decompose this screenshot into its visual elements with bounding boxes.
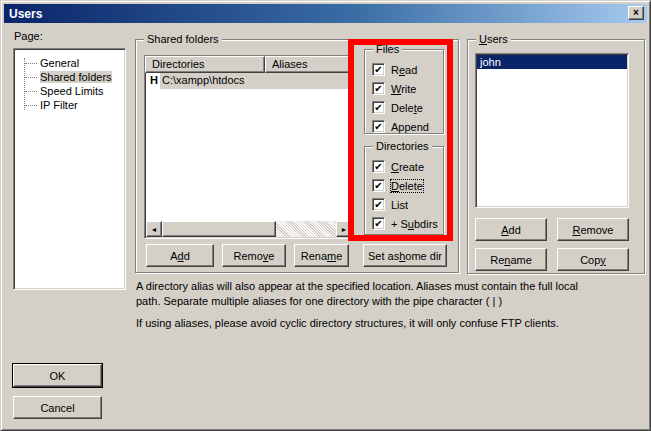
- users-group-label: Users: [476, 33, 511, 45]
- page-item-ip-filter[interactable]: IP Filter: [14, 98, 125, 112]
- set-as-home-dir-button[interactable]: Set as home dir: [363, 244, 447, 267]
- ok-button[interactable]: OK: [13, 364, 102, 387]
- column-header-aliases[interactable]: Aliases: [265, 56, 353, 73]
- remove-folder-button[interactable]: Remove: [222, 244, 286, 267]
- page-item-general[interactable]: General: [14, 56, 125, 70]
- home-marker: H: [145, 73, 160, 89]
- add-folder-button[interactable]: Add: [146, 244, 214, 267]
- horizontal-scrollbar[interactable]: ◄ ►: [146, 221, 352, 237]
- users-dialog: Users × Page: GeneralShared foldersSpeed…: [0, 0, 651, 431]
- directory-path: C:\xampp\htdocs: [160, 73, 353, 89]
- shared-folder-row[interactable]: H C:\xampp\htdocs: [145, 73, 353, 89]
- page-item-shared-folders[interactable]: Shared folders: [14, 70, 125, 84]
- page-item-label: Speed Limits: [40, 85, 104, 97]
- page-item-label: Shared folders: [40, 71, 112, 83]
- cancel-button[interactable]: Cancel: [13, 396, 102, 419]
- tree-branch-icon: [25, 91, 37, 92]
- alias-description: A directory alias will also appear at th…: [136, 279, 648, 331]
- user-item-john[interactable]: john: [477, 55, 627, 69]
- scrollbar-thumb[interactable]: [162, 221, 276, 237]
- copy-user-button[interactable]: Copy: [557, 248, 629, 271]
- tree-branch-icon: [25, 105, 37, 106]
- page-label: Page:: [14, 30, 43, 42]
- rename-user-button[interactable]: Rename: [475, 248, 547, 271]
- title-bar[interactable]: Users ×: [4, 4, 647, 23]
- page-item-label: IP Filter: [40, 99, 78, 111]
- rename-folder-button[interactable]: Rename: [294, 244, 349, 267]
- scroll-left-icon[interactable]: ◄: [146, 221, 162, 237]
- page-item-label: General: [40, 57, 79, 69]
- description-line-3: If using aliases, please avoid cyclic di…: [136, 316, 648, 331]
- shared-folders-group-label: Shared folders: [144, 33, 222, 45]
- description-line-1: A directory alias will also appear at th…: [136, 279, 648, 294]
- description-line-2: path. Separate multiple aliases for one …: [136, 294, 648, 309]
- page-tree: GeneralShared foldersSpeed LimitsIP Filt…: [13, 48, 126, 290]
- add-user-button[interactable]: Add: [475, 218, 547, 241]
- tree-branch-icon: [25, 63, 37, 64]
- close-icon[interactable]: ×: [628, 6, 644, 20]
- users-list: john: [475, 53, 629, 208]
- scrollbar-track[interactable]: [276, 221, 336, 237]
- annotation-rectangle: [348, 39, 453, 241]
- shared-folders-listview: Directories Aliases H C:\xampp\htdocs ◄ …: [144, 55, 354, 239]
- tree-branch-icon: [25, 77, 37, 78]
- page-item-speed-limits[interactable]: Speed Limits: [14, 84, 125, 98]
- column-header-directories[interactable]: Directories: [145, 56, 265, 73]
- remove-user-button[interactable]: Remove: [557, 218, 629, 241]
- window-title: Users: [9, 7, 42, 21]
- listview-header: Directories Aliases: [145, 56, 353, 73]
